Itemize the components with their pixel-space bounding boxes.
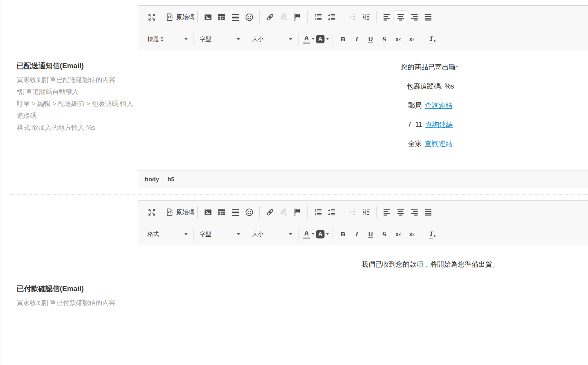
bold-button[interactable]: B bbox=[336, 32, 350, 46]
insert-table-button[interactable] bbox=[215, 10, 229, 24]
field-desc-line: *訂單追蹤碼自動帶入 bbox=[17, 86, 139, 98]
horizontal-line-button[interactable] bbox=[229, 10, 242, 24]
bold-button[interactable]: B bbox=[336, 227, 350, 241]
toolbar-separator bbox=[246, 33, 246, 45]
horizontal-line-icon bbox=[231, 208, 240, 217]
subscript-button[interactable]: x2 bbox=[391, 227, 405, 241]
unlink-button bbox=[277, 205, 290, 219]
align-right-button[interactable] bbox=[407, 10, 421, 24]
bulleted-list-button[interactable] bbox=[325, 205, 339, 219]
justify-button[interactable] bbox=[421, 10, 435, 24]
justify-icon bbox=[424, 13, 432, 22]
toolbar-separator bbox=[307, 11, 308, 23]
text-color-icon: A bbox=[303, 230, 310, 239]
italic-button[interactable]: I bbox=[350, 227, 364, 241]
bulleted-list-button[interactable] bbox=[325, 10, 339, 24]
remove-format-button[interactable]: Tx bbox=[426, 227, 439, 241]
underline-button[interactable]: U bbox=[364, 32, 377, 46]
toolbar-separator bbox=[342, 206, 342, 218]
element-path-h5[interactable]: h5 bbox=[167, 176, 174, 183]
link-button[interactable] bbox=[263, 205, 277, 219]
align-right-icon bbox=[410, 13, 419, 22]
underline-button[interactable]: U bbox=[364, 227, 377, 241]
chevron-down-icon bbox=[185, 233, 188, 235]
indent-button[interactable] bbox=[359, 10, 373, 24]
field-desc-line: 格式:欲加入的地方輸入 %s bbox=[17, 122, 139, 134]
toolbar-separator bbox=[246, 228, 246, 241]
paragraph-format-dropdown[interactable]: 標題 5 bbox=[145, 32, 190, 46]
tracking-code-line: 包裹追蹤碼: %s bbox=[138, 83, 588, 90]
paragraph-format-dropdown[interactable]: 格式 bbox=[145, 227, 190, 241]
shipped-email-content-area[interactable]: 您的商品已寄出囉~ 包裹追蹤碼: %s 郵局查詢連結 7–11查詢連結 全家查詢… bbox=[138, 50, 588, 171]
toolbar-separator bbox=[376, 206, 377, 218]
insert-image-button[interactable] bbox=[201, 10, 215, 24]
section-divider bbox=[9, 194, 588, 195]
strikethrough-button[interactable]: S bbox=[377, 32, 391, 46]
justify-icon bbox=[424, 208, 432, 217]
align-center-button[interactable] bbox=[394, 205, 407, 219]
chevron-down-icon bbox=[289, 38, 292, 40]
numbered-list-button[interactable] bbox=[311, 10, 325, 24]
align-right-button[interactable] bbox=[407, 205, 421, 219]
align-left-button[interactable] bbox=[380, 205, 394, 219]
font-family-value: 字型 bbox=[200, 230, 211, 238]
justify-button[interactable] bbox=[421, 205, 435, 219]
page-left-border bbox=[1, 0, 1, 365]
toolbar-separator bbox=[298, 33, 298, 45]
font-size-dropdown[interactable]: 大小 bbox=[249, 32, 295, 46]
background-color-button[interactable]: A bbox=[316, 227, 329, 241]
paragraph-format-value: 標題 5 bbox=[147, 35, 164, 43]
align-left-button[interactable] bbox=[380, 10, 394, 24]
insert-table-button[interactable] bbox=[215, 205, 229, 219]
chevron-down-icon bbox=[326, 233, 329, 235]
chevron-down-icon bbox=[312, 38, 314, 40]
smiley-button[interactable] bbox=[242, 205, 256, 219]
superscript-button[interactable]: x2 bbox=[405, 227, 419, 241]
numbered-list-icon bbox=[314, 208, 322, 217]
source-code-icon bbox=[165, 13, 174, 22]
chevron-down-icon bbox=[237, 38, 240, 40]
indent-button[interactable] bbox=[359, 205, 373, 219]
toolbar-separator bbox=[333, 33, 333, 45]
element-path-body[interactable]: body bbox=[145, 176, 159, 183]
maximize-button[interactable] bbox=[145, 205, 159, 219]
carrier-name: 全家 bbox=[408, 140, 422, 147]
toolbar-separator bbox=[197, 206, 198, 218]
background-color-button[interactable]: A bbox=[316, 32, 329, 46]
subscript-button[interactable]: x2 bbox=[391, 32, 405, 46]
chevron-down-icon bbox=[289, 233, 292, 235]
outdent-icon bbox=[348, 208, 357, 217]
font-family-dropdown[interactable]: 字型 bbox=[197, 227, 243, 241]
source-button[interactable]: 原始碼 bbox=[165, 10, 194, 24]
font-family-dropdown[interactable]: 字型 bbox=[197, 32, 243, 46]
tracking-link[interactable]: 查詢連結 bbox=[425, 140, 453, 147]
horizontal-line-button[interactable] bbox=[229, 205, 242, 219]
anchor-button[interactable] bbox=[290, 10, 304, 24]
table-icon bbox=[217, 208, 226, 217]
shipped-email-label: 已配送通知信(Email) 買家收到訂單已配送確認信的內容 *訂單追蹤碼自動帶入… bbox=[17, 61, 139, 134]
font-size-dropdown[interactable]: 大小 bbox=[249, 227, 295, 241]
editor-toolbar: 原始碼 bbox=[138, 6, 588, 50]
text-color-button[interactable]: A bbox=[302, 227, 316, 241]
smiley-button[interactable] bbox=[242, 10, 256, 24]
tracking-link[interactable]: 查詢連結 bbox=[425, 101, 453, 109]
element-path-bar: body h5 bbox=[138, 171, 588, 188]
source-button[interactable]: 原始碼 bbox=[165, 205, 194, 219]
field-desc-line: 訂單 > 編輯 > 配送細節 > 包裹號碼 輸入追蹤碼 bbox=[17, 98, 139, 122]
strikethrough-button[interactable]: S bbox=[377, 227, 391, 241]
unlink-button bbox=[277, 10, 290, 24]
numbered-list-button[interactable] bbox=[311, 205, 325, 219]
superscript-button[interactable]: x2 bbox=[405, 32, 419, 46]
link-button[interactable] bbox=[263, 10, 277, 24]
unlink-icon bbox=[279, 13, 288, 22]
tracking-link[interactable]: 查詢連結 bbox=[425, 121, 453, 128]
text-color-button[interactable]: A bbox=[302, 32, 316, 46]
anchor-button[interactable] bbox=[290, 205, 304, 219]
remove-format-button[interactable]: Tx bbox=[426, 32, 439, 46]
insert-image-button[interactable] bbox=[201, 205, 215, 219]
toolbar-separator bbox=[197, 11, 198, 23]
italic-button[interactable]: I bbox=[350, 32, 364, 46]
paid-email-content-area[interactable]: 我們已收到您的款項，將開始為您準備出貨。 bbox=[138, 245, 588, 364]
align-center-button[interactable] bbox=[394, 10, 407, 24]
maximize-button[interactable] bbox=[145, 10, 159, 24]
